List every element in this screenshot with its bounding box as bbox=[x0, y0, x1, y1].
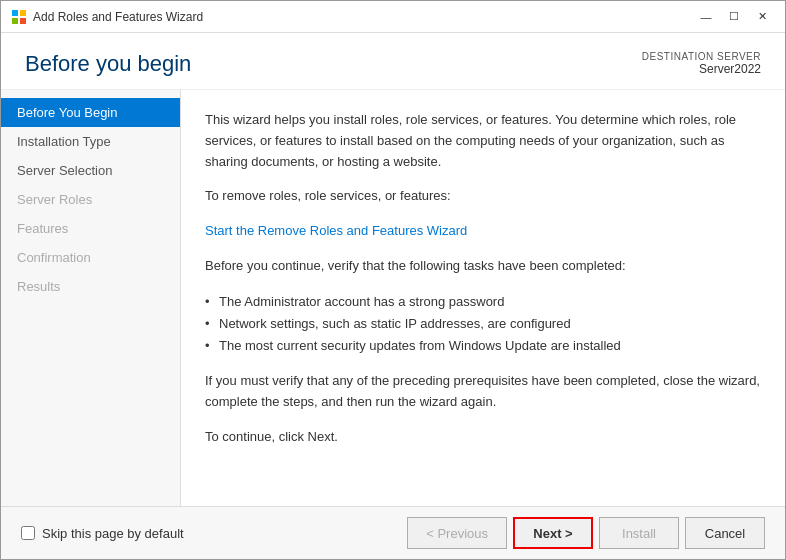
footer: Skip this page by default < Previous Nex… bbox=[1, 506, 785, 559]
prerequisite-item-3: The most current security updates from W… bbox=[205, 335, 761, 357]
restore-button[interactable]: ☐ bbox=[721, 6, 747, 28]
remove-roles-link[interactable]: Start the Remove Roles and Features Wiza… bbox=[205, 223, 467, 238]
install-button[interactable]: Install bbox=[599, 517, 679, 549]
svg-rect-0 bbox=[12, 10, 18, 16]
app-icon bbox=[11, 9, 27, 25]
window-title: Add Roles and Features Wizard bbox=[33, 10, 203, 24]
svg-rect-2 bbox=[12, 18, 18, 24]
remove-roles-link-wrap: Start the Remove Roles and Features Wiza… bbox=[205, 221, 761, 242]
sidebar-item-features: Features bbox=[1, 214, 180, 243]
sidebar-item-before-you-begin[interactable]: Before You Begin bbox=[1, 98, 180, 127]
skip-page-checkbox[interactable] bbox=[21, 526, 35, 540]
main-content: This wizard helps you install roles, rol… bbox=[181, 90, 785, 506]
sidebar-item-results: Results bbox=[1, 272, 180, 301]
minimize-button[interactable]: — bbox=[693, 6, 719, 28]
footer-left: Skip this page by default bbox=[21, 526, 184, 541]
sidebar: Before You Begin Installation Type Serve… bbox=[1, 90, 181, 506]
sidebar-item-server-roles: Server Roles bbox=[1, 185, 180, 214]
header-section: Before you begin DESTINATION SERVER Serv… bbox=[1, 33, 785, 90]
footer-buttons: < Previous Next > Install Cancel bbox=[407, 517, 765, 549]
prerequisite-item-2: Network settings, such as static IP addr… bbox=[205, 313, 761, 335]
destination-label: DESTINATION SERVER bbox=[642, 51, 761, 62]
prerequisites-list: The Administrator account has a strong p… bbox=[205, 291, 761, 357]
cancel-button[interactable]: Cancel bbox=[685, 517, 765, 549]
svg-rect-3 bbox=[20, 18, 26, 24]
sidebar-item-installation-type[interactable]: Installation Type bbox=[1, 127, 180, 156]
verify-tasks-paragraph: Before you continue, verify that the fol… bbox=[205, 256, 761, 277]
close-button[interactable]: ✕ bbox=[749, 6, 775, 28]
destination-info: DESTINATION SERVER Server2022 bbox=[642, 51, 761, 76]
intro-paragraph: This wizard helps you install roles, rol… bbox=[205, 110, 761, 172]
title-bar: Add Roles and Features Wizard — ☐ ✕ bbox=[1, 1, 785, 33]
svg-rect-1 bbox=[20, 10, 26, 16]
destination-server: Server2022 bbox=[642, 62, 761, 76]
sidebar-item-confirmation: Confirmation bbox=[1, 243, 180, 272]
next-button[interactable]: Next > bbox=[513, 517, 593, 549]
remove-roles-label: To remove roles, role services, or featu… bbox=[205, 186, 761, 207]
content-area: Before You Begin Installation Type Serve… bbox=[1, 90, 785, 506]
prerequisite-item-1: The Administrator account has a strong p… bbox=[205, 291, 761, 313]
previous-button[interactable]: < Previous bbox=[407, 517, 507, 549]
verify-note-paragraph: If you must verify that any of the prece… bbox=[205, 371, 761, 413]
skip-page-checkbox-wrap[interactable]: Skip this page by default bbox=[21, 526, 184, 541]
title-bar-controls: — ☐ ✕ bbox=[693, 6, 775, 28]
title-bar-left: Add Roles and Features Wizard bbox=[11, 9, 203, 25]
continue-paragraph: To continue, click Next. bbox=[205, 427, 761, 448]
sidebar-item-server-selection[interactable]: Server Selection bbox=[1, 156, 180, 185]
main-window: Add Roles and Features Wizard — ☐ ✕ Befo… bbox=[0, 0, 786, 560]
page-title: Before you begin bbox=[25, 51, 191, 77]
skip-page-label: Skip this page by default bbox=[42, 526, 184, 541]
